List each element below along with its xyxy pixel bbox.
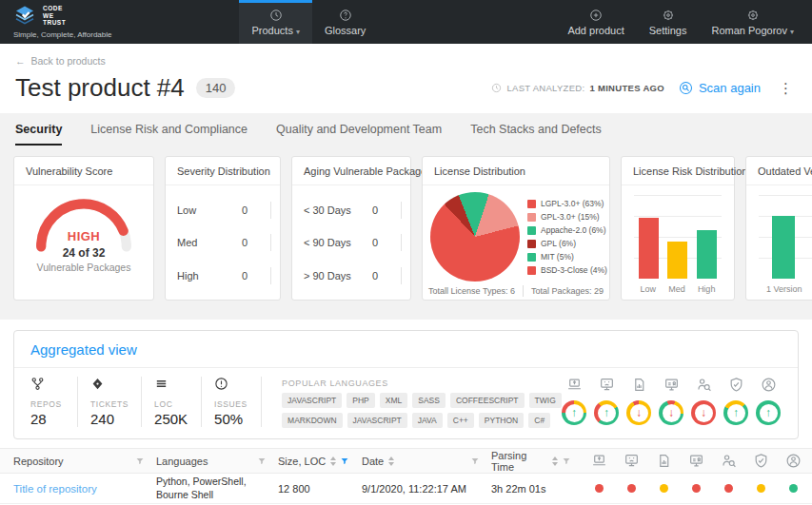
metric-ring: ↓ (659, 400, 683, 425)
person-search-icon (721, 453, 737, 469)
nav-item-products[interactable]: Products▾ (239, 0, 311, 44)
ticket-icon (90, 377, 105, 391)
stat-issues: ISSUES 50% (214, 377, 262, 427)
metric-ring: ↑ (756, 400, 781, 425)
logo[interactable]: CODE WE TRUST Simple, Complete, Affordab… (0, 0, 125, 44)
logo-icon (13, 5, 36, 28)
plus-circle-icon (589, 9, 603, 22)
vulnerability-gauge (30, 195, 137, 252)
metric-ring: ↓ (691, 400, 716, 425)
column-repository[interactable]: Repository (13, 456, 156, 467)
scan-again-button[interactable]: Scan again (679, 81, 761, 95)
kebab-menu-icon[interactable]: ⋮ (775, 80, 797, 97)
filter-icon[interactable] (135, 456, 145, 466)
metric-ring: ↑ (594, 400, 619, 425)
sort-icon[interactable] (552, 456, 558, 466)
trend-arrow: ↑ (733, 407, 739, 418)
back-arrow-icon: ← (15, 55, 26, 67)
outdated-bar-labels: 1 Version (759, 284, 812, 294)
language-tag: PYTHON (479, 413, 524, 428)
aggregated-view-title[interactable]: Aggregated view (14, 331, 798, 368)
vulnerability-score-card: Vulnerability Score HIGH 24 of 32 Vulner… (13, 156, 154, 301)
settings-label: Settings (649, 25, 687, 36)
tab-bar: Security License Risk and Compliance Qua… (0, 113, 812, 146)
metric-col-quality: ↑ (752, 377, 784, 425)
language-tag: TWIG (529, 393, 562, 408)
person-search-icon (696, 377, 712, 393)
user-menu[interactable]: Roman Pogorov▾ (699, 0, 806, 44)
monitor-face-icon (599, 377, 615, 393)
bar-high (697, 230, 717, 279)
status-dot (595, 484, 604, 493)
sort-icon[interactable] (330, 456, 336, 466)
card-title: License Risk Distribution (622, 157, 734, 185)
trend-arrow: ↓ (668, 407, 674, 418)
metric-col-security: ↑ (720, 377, 752, 425)
bar-med (667, 242, 687, 279)
risk-bar-labels: Low Med High (634, 284, 722, 294)
languages-cell: Python, PowerShell, Bourne Shell (156, 476, 278, 501)
pie-totals: Totall License Types: 6Total Packages: 2… (423, 285, 609, 297)
branch-icon (30, 377, 45, 391)
board-person-icon (688, 453, 704, 469)
severity-distribution-card: Severity Distribution Low0 Med0 High0 (165, 156, 281, 301)
filter-icon[interactable] (257, 456, 267, 466)
tab-tech-stacks[interactable]: Tech Stacks and Defects (470, 123, 602, 146)
metric-col-deploy: ↑ (558, 377, 590, 425)
nav-products-label: Products (251, 25, 292, 36)
add-product-button[interactable]: Add product (555, 0, 636, 44)
back-label: Back to products (31, 55, 106, 67)
bar-low (639, 218, 659, 279)
filter-icon[interactable] (562, 456, 571, 466)
laptop-icon (591, 453, 607, 469)
tab-security[interactable]: Security (15, 123, 62, 146)
trend-arrow: ↓ (636, 407, 642, 418)
tab-license-risk[interactable]: License Risk and Compliance (90, 123, 248, 146)
aging-row: < 30 Days0 (292, 202, 410, 219)
logo-tagline: Simple, Complete, Affordable (13, 30, 111, 39)
filter-icon[interactable] (470, 456, 480, 466)
license-risk-card: License Risk Distribution Low Med High (621, 156, 735, 301)
nav-item-settings[interactable]: Settings (637, 0, 700, 44)
stat-loc: LOC 250K (154, 377, 202, 427)
score-subtitle: Vulnerable Packages (14, 262, 153, 273)
document-chart-icon (631, 377, 647, 393)
metric-col-monitor: ↑ (590, 377, 623, 425)
card-title: Vulnerability Score (14, 157, 153, 185)
status-dot (757, 484, 765, 493)
nav-item-glossary[interactable]: Glossary (312, 0, 378, 44)
scan-icon (679, 81, 693, 95)
metric-rings: ↑ ↑ ↓ ↓ ↓ ↑ ↑ (558, 377, 784, 425)
column-size-loc[interactable]: Size, LOC (278, 456, 362, 467)
trend-arrow: ↓ (701, 407, 706, 418)
sort-icon[interactable] (388, 456, 394, 466)
stat-repos: REPOS 28 (30, 377, 78, 427)
board-person-icon (663, 377, 680, 393)
outdated-bar-chart (759, 195, 812, 279)
language-tag: XML (380, 393, 407, 408)
card-title: Aging Vulnerable Packages (292, 157, 410, 185)
add-product-label: Add product (567, 25, 624, 36)
bar-versions (772, 216, 795, 279)
language-tag: C# (528, 413, 550, 428)
nav-right: Add product Settings Roman Pogorov▾ (555, 0, 806, 44)
column-languages[interactable]: Languages (156, 456, 278, 467)
filter-icon-active[interactable] (340, 456, 349, 466)
column-parsing-time[interactable]: Parsing Time (491, 450, 583, 473)
document-chart-icon (656, 453, 672, 469)
repository-link[interactable]: Title of repository (13, 483, 156, 495)
aging-row: > 90 Days0 (292, 267, 410, 284)
table-header: Repository Languages Size, LOC Date Pars… (0, 448, 812, 474)
column-date[interactable]: Date (362, 456, 491, 467)
severity-row: Low0 (166, 202, 280, 219)
language-tags-row: MARKDOWN JAVASCRIPT JAVA C++ PYTHON C# (282, 413, 520, 428)
status-dot (789, 484, 798, 493)
popular-languages-label: POPULAR LANGUAGES (282, 379, 520, 388)
clock-icon (491, 83, 502, 93)
tab-quality[interactable]: Quality and Development Team (276, 123, 442, 146)
back-link[interactable]: ← Back to products (15, 55, 106, 67)
last-analyzed: LAST ANALYZED: 1 MINUTES AGO (491, 83, 664, 93)
chevron-down-icon: ▾ (296, 28, 300, 36)
popular-languages: POPULAR LANGUAGES JAVASCRIPT PHP XML SAS… (282, 377, 520, 428)
top-navbar: CODE WE TRUST Simple, Complete, Affordab… (0, 0, 812, 44)
